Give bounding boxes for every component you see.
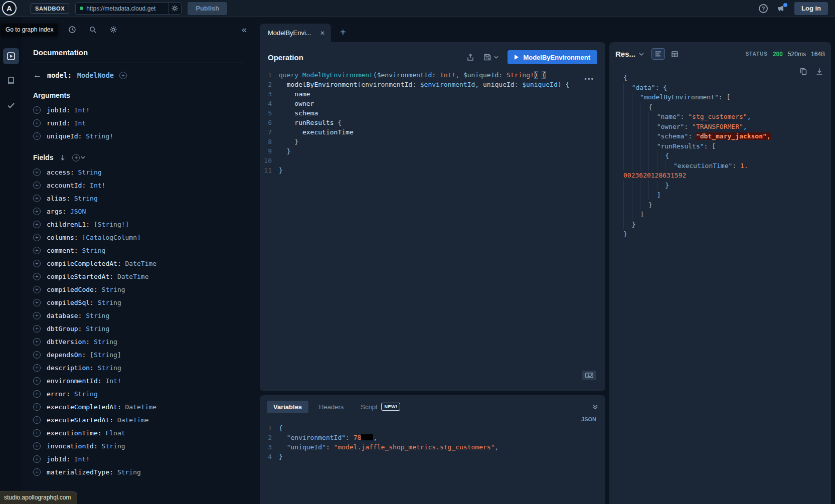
nav-checks-button[interactable]: [3, 97, 19, 113]
field-type[interactable]: Int!: [86, 182, 105, 189]
docs-field-row[interactable]: +error: String: [33, 387, 245, 400]
docs-field-row[interactable]: +database: String: [33, 309, 245, 322]
docs-field-row[interactable]: +uniqueId: String!: [33, 129, 245, 142]
endpoint-settings-button[interactable]: [168, 3, 181, 14]
add-field-icon[interactable]: +: [33, 442, 41, 450]
field-type[interactable]: Int: [70, 119, 86, 127]
add-field-icon[interactable]: +: [33, 351, 41, 359]
save-operation-button[interactable]: [483, 53, 498, 61]
docs-field-row[interactable]: +childrenL1: [String!]: [33, 218, 245, 231]
field-type[interactable]: String: [78, 247, 106, 254]
tab-headers[interactable]: Headers: [312, 401, 350, 413]
back-arrow-icon[interactable]: ←: [33, 70, 42, 80]
docs-field-row[interactable]: +alias: String: [33, 192, 245, 205]
settings-gear-icon[interactable]: [109, 26, 117, 34]
sort-fields-icon[interactable]: [60, 154, 66, 161]
run-operation-button[interactable]: ModelByEnvironment: [508, 50, 597, 64]
announcements-icon[interactable]: [777, 5, 785, 13]
tab-variables[interactable]: Variables: [267, 401, 308, 413]
history-clock-icon[interactable]: [68, 26, 76, 34]
response-dropdown-chevron-icon[interactable]: [639, 53, 644, 56]
docs-field-row[interactable]: +invocationId: String: [33, 439, 245, 452]
add-type-icon[interactable]: +: [119, 72, 127, 79]
docs-field-row[interactable]: +compileCompletedAt: DateTime: [33, 257, 245, 270]
docs-field-row[interactable]: +runId: Int: [33, 116, 245, 129]
save-dropdown-chevron-icon[interactable]: [494, 56, 498, 59]
editor-menu-icon[interactable]: •••: [584, 75, 594, 83]
raw-view-button[interactable]: [651, 48, 665, 60]
field-type[interactable]: DateTime: [113, 416, 148, 424]
add-field-icon[interactable]: +: [33, 455, 41, 463]
docs-field-row[interactable]: +dbtGroup: String: [33, 322, 245, 335]
field-type[interactable]: String: [98, 442, 125, 450]
docs-field-row[interactable]: +compileStartedAt: DateTime: [33, 270, 245, 283]
docs-field-row[interactable]: +access: String: [33, 165, 245, 179]
operation-editor[interactable]: 1query ModelByEnvironment($environmentId…: [260, 70, 605, 175]
field-type[interactable]: String: [90, 338, 117, 346]
keyboard-shortcuts-icon[interactable]: [582, 371, 596, 380]
docs-field-row[interactable]: +jobId: Int!: [33, 452, 245, 465]
add-field-icon[interactable]: +: [33, 195, 41, 202]
login-button[interactable]: Log in: [794, 2, 828, 15]
field-type[interactable]: String: [70, 195, 98, 202]
add-field-icon[interactable]: +: [33, 132, 41, 140]
add-field-icon[interactable]: +: [33, 286, 41, 293]
add-field-icon[interactable]: +: [33, 234, 41, 241]
field-type[interactable]: Float: [102, 429, 125, 437]
field-type[interactable]: String: [98, 286, 125, 293]
tab-modelbyenvironment[interactable]: ModelByEnvi... ✕: [260, 24, 331, 42]
endpoint-url-input[interactable]: [86, 5, 168, 12]
close-tab-icon[interactable]: ✕: [320, 30, 325, 37]
share-icon[interactable]: [466, 53, 474, 61]
add-field-icon[interactable]: +: [33, 325, 41, 332]
add-field-icon[interactable]: +: [33, 364, 41, 372]
add-field-icon[interactable]: +: [33, 312, 41, 319]
add-field-icon[interactable]: +: [33, 273, 41, 280]
add-field-icon[interactable]: +: [33, 338, 41, 346]
table-view-button[interactable]: [668, 48, 682, 60]
search-icon[interactable]: [89, 26, 97, 34]
add-field-icon[interactable]: +: [33, 119, 41, 127]
docs-field-row[interactable]: +dependsOn: [String]: [33, 348, 245, 361]
docs-field-row[interactable]: +environmentId: Int!: [33, 374, 245, 387]
add-field-icon[interactable]: +: [33, 299, 41, 306]
field-type[interactable]: String: [113, 468, 141, 476]
docs-field-row[interactable]: +columns: [CatalogColumn]: [33, 231, 245, 244]
field-type[interactable]: [CatalogColumn]: [78, 234, 141, 241]
download-response-icon[interactable]: [816, 68, 823, 75]
add-field-icon[interactable]: +: [33, 390, 41, 398]
add-field-icon[interactable]: +: [33, 416, 41, 424]
docs-field-row[interactable]: +description: String: [33, 361, 245, 374]
field-type[interactable]: String: [94, 299, 121, 306]
field-type[interactable]: String: [82, 325, 109, 332]
field-type[interactable]: String: [82, 312, 109, 319]
field-type[interactable]: String: [94, 364, 121, 372]
new-tab-icon[interactable]: +: [340, 27, 346, 37]
docs-field-row[interactable]: +materializedType: String: [33, 465, 245, 478]
field-type[interactable]: JSON: [66, 208, 86, 215]
add-field-icon[interactable]: +: [33, 106, 41, 114]
field-type[interactable]: DateTime: [121, 403, 156, 411]
docs-field-row[interactable]: +executionTime: Float: [33, 426, 245, 439]
add-field-icon[interactable]: +: [33, 260, 41, 267]
field-type[interactable]: String!: [82, 132, 113, 140]
add-field-icon[interactable]: +: [33, 377, 41, 385]
add-field-icon[interactable]: +: [33, 429, 41, 437]
field-type[interactable]: Int!: [70, 455, 90, 463]
field-type[interactable]: [String!]: [90, 221, 129, 228]
add-field-icon[interactable]: +: [33, 403, 41, 411]
add-field-icon[interactable]: +: [33, 247, 41, 254]
docs-field-row[interactable]: +accountId: Int!: [33, 179, 245, 192]
field-type[interactable]: String: [70, 390, 98, 398]
publish-button[interactable]: Publish: [188, 2, 227, 15]
add-all-fields-icon[interactable]: +: [72, 154, 85, 161]
docs-field-row[interactable]: +comment: String: [33, 244, 245, 257]
copy-response-icon[interactable]: [800, 68, 807, 75]
add-field-icon[interactable]: +: [33, 221, 41, 228]
docs-field-row[interactable]: +compiledCode: String: [33, 283, 245, 296]
field-type[interactable]: [String]: [86, 351, 121, 359]
field-type[interactable]: DateTime: [113, 273, 148, 280]
field-type[interactable]: DateTime: [121, 260, 156, 267]
variables-editor[interactable]: 1{2 "environmentId": 78,3 "uniqueId": "m…: [260, 423, 605, 461]
apollo-logo[interactable]: A: [2, 1, 17, 16]
